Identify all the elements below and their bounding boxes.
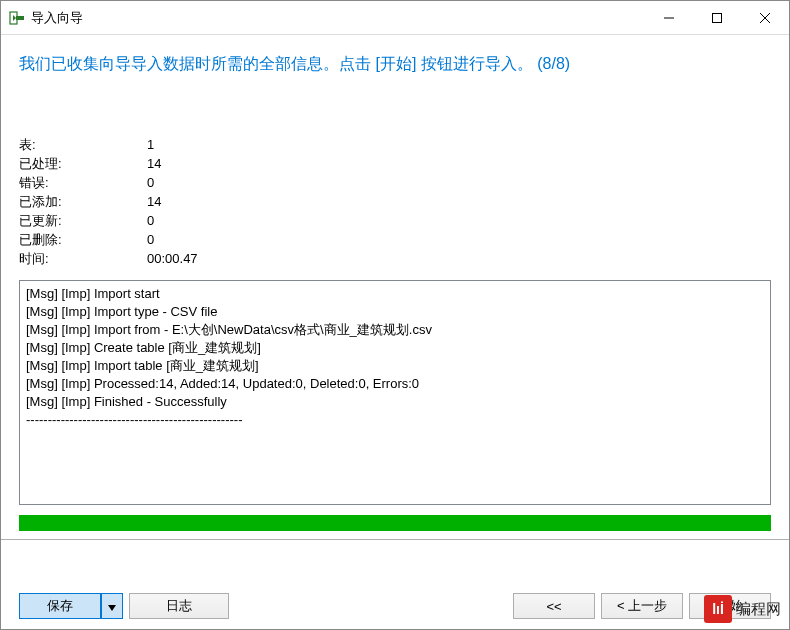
chevron-down-icon — [108, 599, 116, 614]
save-button[interactable]: 保存 — [19, 593, 101, 619]
stats-value: 00:00.47 — [147, 249, 198, 268]
first-step-button[interactable]: << — [513, 593, 595, 619]
stats-value: 14 — [147, 154, 161, 173]
maximize-button[interactable] — [693, 1, 741, 34]
separator — [1, 539, 789, 540]
stats-value: 1 — [147, 135, 154, 154]
stats-value: 14 — [147, 192, 161, 211]
watermark: lıİ 编程网 — [704, 595, 781, 623]
close-button[interactable] — [741, 1, 789, 34]
log-line: ----------------------------------------… — [26, 411, 764, 429]
stats-value: 0 — [147, 173, 154, 192]
stats-value: 0 — [147, 230, 154, 249]
stats-row-time: 时间:00:00.47 — [19, 249, 771, 268]
stats-block: 表:1 已处理:14 错误:0 已添加:14 已更新:0 已删除:0 时间:00… — [19, 135, 771, 268]
log-line: [Msg] [Imp] Create table [商业_建筑规划] — [26, 339, 764, 357]
stats-value: 0 — [147, 211, 154, 230]
stats-row-processed: 已处理:14 — [19, 154, 771, 173]
log-output[interactable]: [Msg] [Imp] Import start [Msg] [Imp] Imp… — [19, 280, 771, 505]
svg-marker-7 — [108, 605, 116, 611]
stats-label: 时间: — [19, 249, 147, 268]
save-button-label: 保存 — [47, 597, 73, 615]
stats-label: 已更新: — [19, 211, 147, 230]
svg-rect-1 — [16, 16, 24, 20]
app-icon — [9, 10, 25, 26]
titlebar: 导入向导 — [1, 1, 789, 35]
stats-label: 错误: — [19, 173, 147, 192]
stats-label: 已删除: — [19, 230, 147, 249]
stats-row-added: 已添加:14 — [19, 192, 771, 211]
log-line: [Msg] [Imp] Import type - CSV file — [26, 303, 764, 321]
log-button[interactable]: 日志 — [129, 593, 229, 619]
button-bar: 保存 日志 << < 上一步 开始 — [19, 593, 771, 619]
stats-row-errors: 错误:0 — [19, 173, 771, 192]
log-line: [Msg] [Imp] Import from - E:\大创\NewData\… — [26, 321, 764, 339]
save-split-button: 保存 — [19, 593, 123, 619]
stats-label: 表: — [19, 135, 147, 154]
stats-row-tables: 表:1 — [19, 135, 771, 154]
svg-marker-2 — [13, 15, 16, 21]
window-title: 导入向导 — [31, 9, 83, 27]
prev-step-button[interactable]: < 上一步 — [601, 593, 683, 619]
wizard-heading: 我们已收集向导导入数据时所需的全部信息。点击 [开始] 按钮进行导入。 (8/8… — [19, 53, 771, 75]
log-line: [Msg] [Imp] Processed:14, Added:14, Upda… — [26, 375, 764, 393]
watermark-text: 编程网 — [736, 600, 781, 619]
log-line: [Msg] [Imp] Import start — [26, 285, 764, 303]
stats-label: 已添加: — [19, 192, 147, 211]
stats-row-updated: 已更新:0 — [19, 211, 771, 230]
log-line: [Msg] [Imp] Finished - Successfully — [26, 393, 764, 411]
save-dropdown-button[interactable] — [101, 593, 123, 619]
minimize-button[interactable] — [645, 1, 693, 34]
log-line: [Msg] [Imp] Import table [商业_建筑规划] — [26, 357, 764, 375]
progress-bar — [19, 515, 771, 531]
watermark-logo: lıİ — [704, 595, 732, 623]
stats-label: 已处理: — [19, 154, 147, 173]
log-button-label: 日志 — [166, 597, 192, 615]
content-area: 我们已收集向导导入数据时所需的全部信息。点击 [开始] 按钮进行导入。 (8/8… — [1, 35, 789, 540]
window-controls — [645, 1, 789, 34]
prev-step-label: < 上一步 — [617, 597, 667, 615]
svg-rect-4 — [713, 13, 722, 22]
stats-row-deleted: 已删除:0 — [19, 230, 771, 249]
first-step-label: << — [546, 599, 561, 614]
